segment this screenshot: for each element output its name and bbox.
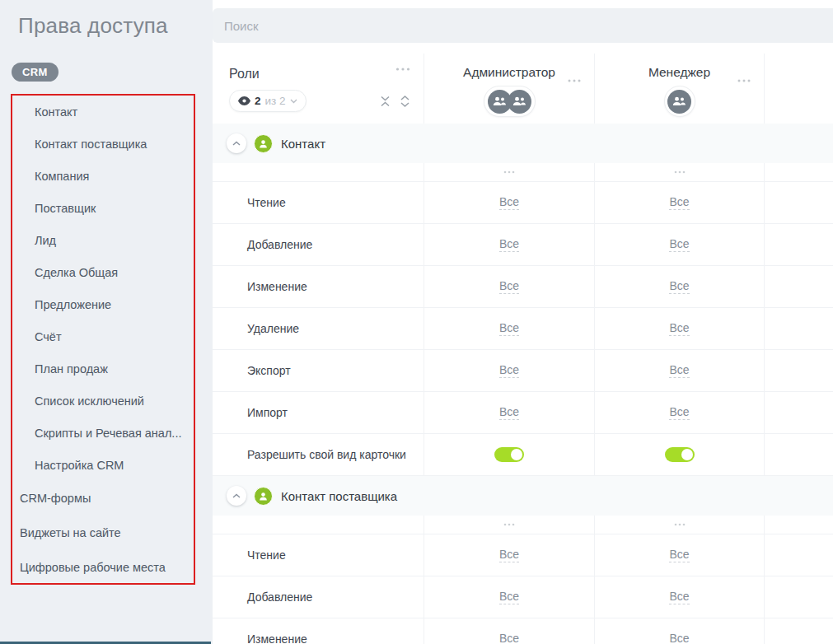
roles-column-title: Роли	[229, 67, 260, 82]
manager-permission-menu-icon[interactable]	[595, 516, 765, 534]
permission-value-link[interactable]: Все	[499, 321, 519, 336]
section-title: Контакт	[281, 137, 325, 151]
permission-label: Импорт	[247, 406, 288, 419]
manager-members-avatar	[664, 86, 695, 117]
chevron-up-icon	[232, 141, 241, 146]
sidebar-item-root-0[interactable]: CRM-формы	[12, 481, 194, 516]
manager-permission-menu-icon[interactable]	[595, 163, 765, 181]
section-header-1: Контакт поставщика	[213, 476, 833, 516]
manager-column-menu-icon[interactable]	[737, 71, 751, 86]
permission-row: УдалениеВсеВсе	[213, 308, 833, 350]
table-header-row: Роли 2 из 2	[213, 54, 833, 124]
section-title: Контакт поставщика	[281, 489, 397, 503]
permission-value-link[interactable]: Все	[669, 237, 689, 252]
filter-of: из 2	[265, 95, 286, 107]
sidebar-item-crm-7[interactable]: Счёт	[12, 320, 194, 352]
permission-label: Изменение	[247, 632, 307, 644]
permission-label: Разрешить свой вид карточки	[247, 448, 406, 461]
chevron-down-icon	[290, 99, 297, 104]
section-menu-row	[213, 163, 833, 182]
expand-all-icon[interactable]	[400, 96, 410, 107]
sidebar-item-crm-11[interactable]: Настройка CRM	[12, 449, 194, 481]
permission-value-link[interactable]: Все	[669, 632, 689, 644]
people-icon	[508, 90, 531, 114]
permission-row: ИзменениеВсеВсе	[213, 266, 833, 308]
permission-value-link[interactable]: Все	[499, 590, 519, 604]
permission-row: ДобавлениеВсеВсе	[213, 576, 833, 618]
permission-label: Чтение	[247, 548, 286, 562]
permission-label: Чтение	[247, 196, 286, 209]
eye-icon	[238, 96, 250, 105]
permission-row: ЧтениеВсеВсе	[213, 182, 833, 224]
sidebar-item-root-2[interactable]: Цифровые рабочие места	[12, 550, 194, 585]
permission-value-link[interactable]: Все	[669, 405, 689, 420]
sidebar-item-crm-6[interactable]: Предложение	[12, 288, 194, 320]
page-title: Права доступа	[18, 13, 168, 39]
admin-permission-menu-icon[interactable]	[424, 516, 595, 534]
sidebar-item-root-1[interactable]: Виджеты на сайте	[12, 516, 194, 550]
role-column-admin: Администратор	[463, 65, 555, 80]
permission-row: ИзменениеВсеВсе	[213, 618, 833, 644]
permission-row: ИмпортВсеВсе	[213, 392, 833, 434]
permission-value-link[interactable]: Все	[669, 321, 689, 336]
permission-value-link[interactable]: Все	[499, 279, 519, 294]
permission-row: ЭкспортВсеВсе	[213, 350, 833, 392]
section-collapse-button[interactable]	[227, 133, 246, 153]
permission-label: Удаление	[247, 322, 299, 335]
permission-value-link[interactable]: Все	[669, 590, 689, 604]
entity-person-icon	[254, 487, 273, 506]
sidebar-item-crm-3[interactable]: Поставщик	[12, 192, 194, 224]
annotation-highlight-box: КонтактКонтакт поставщикаКомпанияПоставщ…	[11, 94, 195, 585]
permission-value-link[interactable]: Все	[499, 632, 519, 644]
permission-row: ЧтениеВсеВсе	[213, 534, 833, 576]
crm-badge: CRM	[12, 63, 58, 82]
roles-menu-icon[interactable]	[395, 67, 410, 71]
section-menu-row	[213, 516, 833, 534]
sidebar-item-crm-4[interactable]: Лид	[12, 224, 194, 256]
permission-value-link[interactable]: Все	[499, 548, 519, 562]
permission-value-link[interactable]: Все	[669, 279, 689, 294]
people-icon	[667, 90, 691, 114]
admin-members-avatars	[484, 86, 536, 117]
permission-value-link[interactable]: Все	[499, 195, 519, 210]
section-header-0: Контакт	[213, 124, 833, 163]
permission-row: ДобавлениеВсеВсе	[213, 224, 833, 266]
admin-column-menu-icon[interactable]	[568, 71, 581, 86]
sidebar-item-crm-5[interactable]: Сделка Общая	[12, 256, 194, 288]
filter-count: 2	[255, 95, 261, 107]
permission-value-link[interactable]: Все	[499, 363, 519, 378]
permission-row: Разрешить свой вид карточки	[213, 434, 833, 476]
permission-value-link[interactable]: Все	[669, 363, 689, 378]
role-column-manager: Менеджер	[648, 65, 710, 80]
roles-visibility-filter[interactable]: 2 из 2	[229, 90, 307, 112]
section-collapse-button[interactable]	[227, 486, 246, 506]
search-input[interactable]	[213, 8, 833, 43]
permissions-table: Роли 2 из 2	[213, 54, 833, 644]
sidebar-item-crm-1[interactable]: Контакт поставщика	[12, 128, 194, 160]
permission-value-link[interactable]: Все	[499, 237, 519, 252]
access-rights-page: Права доступа CRM КонтактКонтакт поставщ…	[0, 0, 833, 644]
sidebar: Права доступа CRM КонтактКонтакт поставщ…	[0, 0, 213, 644]
permission-value-link[interactable]: Все	[499, 405, 519, 420]
sidebar-item-crm-0[interactable]: Контакт	[12, 96, 194, 128]
sidebar-item-crm-2[interactable]: Компания	[12, 160, 194, 192]
admin-permission-menu-icon[interactable]	[424, 163, 595, 181]
permission-label: Добавление	[247, 590, 312, 604]
sidebar-item-crm-10[interactable]: Скрипты и Речевая анал...	[12, 417, 194, 449]
permission-label: Экспорт	[247, 364, 291, 377]
permission-label: Добавление	[247, 238, 312, 251]
sidebar-item-crm-9[interactable]: Список исключений	[12, 385, 194, 417]
permission-value-link[interactable]: Все	[669, 195, 689, 210]
permission-value-link[interactable]: Все	[669, 548, 689, 562]
permission-toggle-on[interactable]	[665, 447, 695, 462]
entity-person-icon	[254, 134, 273, 153]
sidebar-item-crm-8[interactable]: План продаж	[12, 352, 194, 385]
chevron-up-icon	[232, 493, 241, 498]
permission-label: Изменение	[247, 280, 307, 293]
permission-toggle-on[interactable]	[494, 447, 524, 462]
collapse-all-icon[interactable]	[380, 96, 391, 107]
